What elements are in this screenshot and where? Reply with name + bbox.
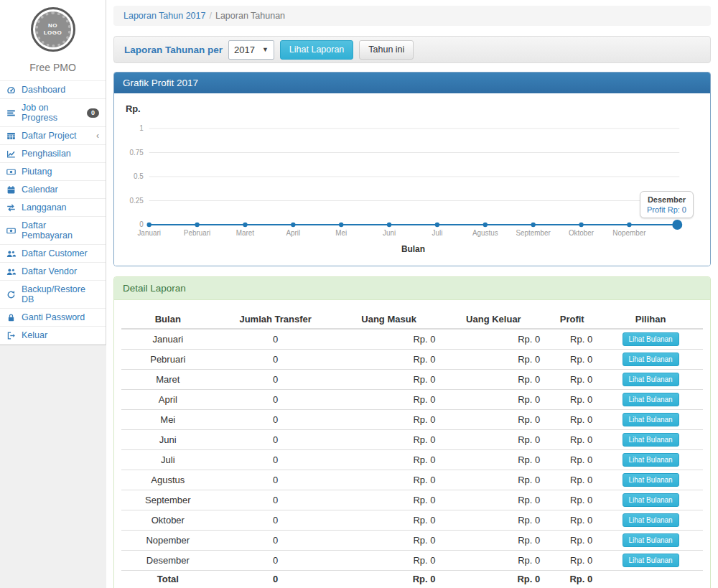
cell-profit: Rp. 0 xyxy=(546,490,598,510)
lihat-bulanan-button[interactable]: Lihat Bulanan xyxy=(623,393,679,406)
cell-pilihan: Lihat Bulanan xyxy=(598,350,703,370)
report-toolbar: Laporan Tahunan per 2017 ▼ Lihat Laporan… xyxy=(113,36,711,63)
detail-panel-body: BulanJumlah TransferUang MasukUang Kelua… xyxy=(114,300,710,588)
svg-text:Bulan: Bulan xyxy=(401,244,425,254)
lihat-laporan-button[interactable]: Lihat Laporan xyxy=(280,40,353,60)
lihat-bulanan-button[interactable]: Lihat Bulanan xyxy=(623,533,679,547)
count-badge: 0 xyxy=(87,108,99,118)
cell-bulan: Nopember xyxy=(121,531,215,551)
sidebar-item-keluar[interactable]: Keluar xyxy=(0,326,106,345)
cell-pilihan: Lihat Bulanan xyxy=(598,370,703,390)
lihat-bulanan-button[interactable]: Lihat Bulanan xyxy=(623,332,679,346)
cell-jumlah-transfer: 0 xyxy=(215,510,337,531)
svg-text:Nopember: Nopember xyxy=(612,229,646,237)
sidebar-item-daftar-pembayaran[interactable]: Daftar Pembayaran xyxy=(0,216,106,244)
tahun-ini-button[interactable]: Tahun ini xyxy=(359,40,414,60)
cell-profit: Rp. 0 xyxy=(546,430,598,450)
sidebar-item-penghasilan[interactable]: Penghasilan xyxy=(0,144,106,162)
year-select[interactable]: 2017 ▼ xyxy=(228,40,274,60)
total-profit: Rp. 0 xyxy=(546,571,598,588)
sidebar-item-calendar[interactable]: Calendar xyxy=(0,180,106,198)
sidebar-item-job-on-progress[interactable]: Job on Progress0 xyxy=(0,98,106,126)
sidebar-item-backup-restore-db[interactable]: Backup/Restore DB xyxy=(0,280,106,308)
lihat-bulanan-button[interactable]: Lihat Bulanan xyxy=(623,473,679,487)
svg-text:Pebruari: Pebruari xyxy=(184,229,210,237)
table-row: Pebruari0Rp. 0Rp. 0Rp. 0Lihat Bulanan xyxy=(121,350,703,370)
lihat-bulanan-button[interactable]: Lihat Bulanan xyxy=(623,554,679,567)
cell-uang-masuk: Rp. 0 xyxy=(337,329,442,350)
page: NO LOGO Free PMO DashboardJob on Progres… xyxy=(0,0,718,588)
svg-text:0.5: 0.5 xyxy=(134,172,144,180)
svg-text:September: September xyxy=(516,229,551,237)
chevron-down-icon: ▼ xyxy=(262,46,269,53)
column-header-profit: Profit xyxy=(546,310,598,329)
cell-profit: Rp. 0 xyxy=(546,370,598,390)
cell-uang-keluar: Rp. 0 xyxy=(441,551,546,571)
cell-jumlah-transfer: 0 xyxy=(215,350,337,370)
table-row: Oktober0Rp. 0Rp. 0Rp. 0Lihat Bulanan xyxy=(121,510,703,531)
sidebar-item-ganti-password[interactable]: Ganti Password xyxy=(0,308,106,326)
money-icon xyxy=(6,226,17,235)
refresh-icon xyxy=(6,290,17,299)
sidebar-item-piutang[interactable]: Piutang xyxy=(0,162,106,180)
breadcrumb-current: Laporan Tahunan xyxy=(215,11,285,21)
cell-uang-keluar: Rp. 0 xyxy=(441,510,546,531)
svg-text:0.75: 0.75 xyxy=(129,149,144,157)
cell-uang-masuk: Rp. 0 xyxy=(337,490,442,510)
main-content: Laporan Tahun 2017/Laporan Tahunan Lapor… xyxy=(106,0,718,588)
sidebar-item-label: Daftar Project xyxy=(22,131,76,141)
table-row: September0Rp. 0Rp. 0Rp. 0Lihat Bulanan xyxy=(121,490,703,510)
sidebar-item-langganan[interactable]: Langganan xyxy=(0,198,106,216)
lihat-bulanan-button[interactable]: Lihat Bulanan xyxy=(623,413,679,426)
table-row: Maret0Rp. 0Rp. 0Rp. 0Lihat Bulanan xyxy=(121,370,703,390)
cell-profit: Rp. 0 xyxy=(546,531,598,551)
breadcrumb-link-laporan-tahun[interactable]: Laporan Tahun 2017 xyxy=(123,11,205,21)
cell-uang-masuk: Rp. 0 xyxy=(337,430,442,450)
cell-uang-keluar: Rp. 0 xyxy=(441,350,546,370)
cell-bulan: Agustus xyxy=(121,470,215,490)
table-row: Mei0Rp. 0Rp. 0Rp. 0Lihat Bulanan xyxy=(121,410,703,430)
svg-text:Januari: Januari xyxy=(137,229,161,237)
cell-uang-keluar: Rp. 0 xyxy=(441,390,546,410)
cell-profit: Rp. 0 xyxy=(546,551,598,571)
sidebar-item-label: Daftar Pembayaran xyxy=(22,220,99,241)
lihat-bulanan-button[interactable]: Lihat Bulanan xyxy=(623,453,679,467)
users-icon xyxy=(6,249,17,258)
cell-profit: Rp. 0 xyxy=(546,329,598,350)
cell-uang-masuk: Rp. 0 xyxy=(337,531,442,551)
table-header-row: BulanJumlah TransferUang MasukUang Kelua… xyxy=(121,310,703,329)
year-select-value: 2017 xyxy=(234,45,255,55)
sidebar-item-label: Daftar Vendor xyxy=(22,266,77,276)
money-icon xyxy=(6,167,17,177)
lihat-bulanan-button[interactable]: Lihat Bulanan xyxy=(623,513,679,527)
total-jumlah-transfer: 0 xyxy=(215,571,337,588)
cell-uang-keluar: Rp. 0 xyxy=(441,430,546,450)
lihat-bulanan-button[interactable]: Lihat Bulanan xyxy=(623,493,679,507)
report-table: BulanJumlah TransferUang MasukUang Kelua… xyxy=(121,310,703,588)
cell-uang-keluar: Rp. 0 xyxy=(441,329,546,350)
table-row: April0Rp. 0Rp. 0Rp. 0Lihat Bulanan xyxy=(121,390,703,410)
svg-text:Rp.: Rp. xyxy=(126,103,141,114)
total-pilihan-empty xyxy=(598,571,703,588)
chart-line-icon xyxy=(6,149,17,159)
lihat-bulanan-button[interactable]: Lihat Bulanan xyxy=(623,373,679,386)
lihat-bulanan-button[interactable]: Lihat Bulanan xyxy=(623,433,679,447)
lihat-bulanan-button[interactable]: Lihat Bulanan xyxy=(623,353,679,366)
sidebar-item-daftar-project[interactable]: Daftar Project‹ xyxy=(0,126,106,144)
cell-bulan: Oktober xyxy=(121,510,215,531)
cell-profit: Rp. 0 xyxy=(546,350,598,370)
cell-jumlah-transfer: 0 xyxy=(215,450,337,470)
no-logo-text: NO LOGO xyxy=(35,11,71,47)
cell-uang-masuk: Rp. 0 xyxy=(337,470,442,490)
sidebar-item-daftar-vendor[interactable]: Daftar Vendor xyxy=(0,262,106,280)
cell-bulan: Mei xyxy=(121,410,215,430)
svg-text:Mei: Mei xyxy=(335,229,347,237)
cell-bulan: April xyxy=(121,390,215,410)
tooltip-title: Desember xyxy=(647,195,686,204)
svg-text:Agustus: Agustus xyxy=(472,229,498,237)
cell-uang-keluar: Rp. 0 xyxy=(441,470,546,490)
sidebar-item-daftar-customer[interactable]: Daftar Customer xyxy=(0,244,106,262)
sidebar-item-label: Keluar xyxy=(22,330,47,340)
sidebar-item-dashboard[interactable]: Dashboard xyxy=(0,80,106,98)
no-logo-badge: NO LOGO xyxy=(31,7,75,52)
